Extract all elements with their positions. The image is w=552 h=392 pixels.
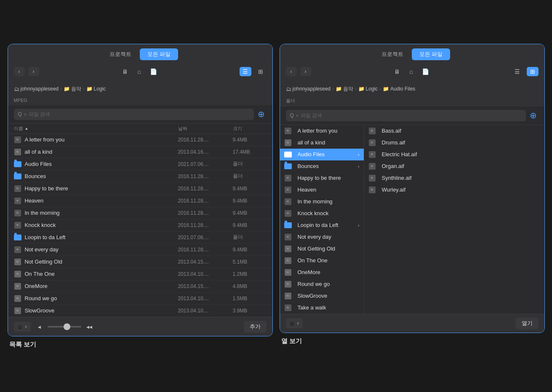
item-name: SlowGroove: [25, 307, 178, 314]
col-item[interactable]: Electric Hat.aif: [364, 149, 544, 160]
col-item[interactable]: Loopin to da Left ›: [280, 219, 364, 231]
breadcrumb-sep-1: ›: [60, 86, 62, 91]
item-icon-folder: [14, 234, 21, 241]
col-item[interactable]: Bounces ›: [280, 160, 364, 172]
tab-project-left[interactable]: 프로젝트: [102, 48, 139, 60]
col-item[interactable]: Heaven: [280, 184, 364, 196]
tab-project-right[interactable]: 프로젝트: [374, 48, 411, 60]
list-item[interactable]: Happy to be there 2016.11.28.... 9.4MB: [8, 183, 272, 195]
forward-button-left[interactable]: ›: [28, 67, 39, 76]
col-item[interactable]: Drums.aif: [364, 137, 544, 149]
col-item-name: Knock knock: [298, 210, 360, 216]
col-item[interactable]: Organ.aif: [364, 160, 544, 172]
emoji-menu-button[interactable]: ☺ ∨: [14, 322, 31, 332]
col-item[interactable]: Round we go: [280, 278, 364, 290]
col-item[interactable]: OneMore: [280, 267, 364, 278]
add-button-left[interactable]: ⊕: [256, 109, 267, 119]
breadcrumb-item-audio-r[interactable]: 📁 Audio Files: [383, 86, 415, 92]
col-item-name: On The One: [298, 257, 360, 264]
forward-button-right[interactable]: ›: [300, 67, 311, 76]
item-icon: [368, 186, 376, 194]
list-item[interactable]: Bounces 2016.11.28.... 폴더: [8, 171, 272, 183]
item-icon: [284, 163, 292, 170]
item-date: 2016.11.28....: [178, 186, 233, 192]
list-item[interactable]: Loopin to da Left 2021.07.06.... 폴더: [8, 232, 272, 244]
breadcrumb-item-music-r[interactable]: 📁 음악: [336, 85, 353, 93]
list-item[interactable]: SlowGroove 2013.04.10.... 3.9MB: [8, 305, 272, 317]
col-item[interactable]: A letter from you: [280, 125, 364, 137]
item-name: OneMore: [25, 283, 178, 289]
bottom-bar-right: ☺ ∨ 열기: [280, 314, 544, 333]
doc-icon-left[interactable]: 📄: [148, 67, 159, 76]
add-action-button[interactable]: 추가: [244, 321, 267, 333]
item-name: Audio Files: [25, 161, 178, 167]
list-item[interactable]: On The One 2013.04.10.... 1.2MB: [8, 268, 272, 280]
col-item[interactable]: Knock knock: [280, 208, 364, 219]
home-icon-right[interactable]: ⌂: [406, 67, 417, 76]
col-item[interactable]: Not every day: [280, 231, 364, 243]
volume-slider[interactable]: [48, 326, 81, 328]
back-button-left[interactable]: ‹: [14, 67, 25, 76]
breadcrumb-item-user-r[interactable]: 🗂 johnnyappleseed: [286, 86, 331, 92]
list-item[interactable]: Not Getting Old 2013.04.15.... 5.1MB: [8, 256, 272, 268]
music-folder-icon-r: 📁: [336, 86, 342, 92]
item-date: 2013.04.15....: [178, 283, 233, 289]
breadcrumb-sep-r3: ›: [379, 86, 381, 91]
doc-icon-right[interactable]: 📄: [420, 67, 431, 76]
list-item[interactable]: all of a kind 2013.04.16.... 17.4MB: [8, 146, 272, 158]
monitor-icon-left[interactable]: 🖥: [120, 67, 131, 76]
col-item-name: Bass.aif: [382, 128, 540, 134]
list-item[interactable]: In the morning 2016.11.28.... 9.4MB: [8, 207, 272, 219]
col-header-size[interactable]: 크기: [233, 125, 267, 132]
search-field-right[interactable]: Q ∨ 파일 검색: [286, 110, 526, 121]
list-item[interactable]: Not every day 2016.11.28.... 9.4MB: [8, 244, 272, 256]
volume-up-icon[interactable]: ◂◂: [84, 322, 95, 331]
tab-all-files-right[interactable]: 모든 파일: [412, 48, 451, 60]
column-pane-2: Bass.aif Drums.aif Electric Hat.aif Orga…: [364, 125, 544, 314]
col-item[interactable]: Happy to be there: [280, 172, 364, 184]
home-icon-left[interactable]: ⌂: [134, 67, 145, 76]
col-item-selected[interactable]: Audio Files ›: [280, 149, 364, 160]
list-view-btn-right[interactable]: ☰: [512, 67, 523, 76]
tab-all-files-left[interactable]: 모든 파일: [140, 48, 179, 60]
item-icon: [368, 139, 376, 147]
col-item[interactable]: In the morning: [280, 196, 364, 208]
col-header-name[interactable]: 이름 ▲: [14, 125, 178, 132]
breadcrumb-item-logic-r[interactable]: 📁 Logic: [358, 86, 378, 92]
list-item[interactable]: Round we go 2013.04.10.... 1.5MB: [8, 293, 272, 305]
mute-icon[interactable]: ◂: [34, 322, 45, 331]
list-view-btn[interactable]: ☰: [240, 67, 251, 76]
item-size: 5.1MB: [233, 259, 267, 265]
dropdown-arrow: ∨: [24, 324, 27, 329]
col-item[interactable]: all of a kind: [280, 137, 364, 149]
item-icon: [284, 186, 292, 194]
open-button[interactable]: 열기: [516, 317, 539, 329]
list-item[interactable]: Heaven 2016.11.28.... 9.4MB: [8, 195, 272, 207]
list-item[interactable]: A letter from you 2016.11.28.... 9.4MB: [8, 134, 272, 146]
list-item[interactable]: Audio Files 2021.07.06.... 폴더: [8, 158, 272, 171]
breadcrumb-item-user[interactable]: 🗂 johnnyappleseed: [14, 86, 59, 92]
column-view-btn-left[interactable]: ⊞: [255, 67, 267, 76]
col-item[interactable]: Not Getting Old: [280, 243, 364, 255]
add-button-right[interactable]: ⊕: [528, 110, 539, 120]
col-item[interactable]: Take a walk: [280, 302, 364, 314]
col-item[interactable]: Synthline.aif: [364, 172, 544, 184]
col-item[interactable]: Wurley.aif: [364, 184, 544, 196]
column-view-btn-right[interactable]: ⊞: [527, 67, 539, 76]
list-view-label: 목록 보기: [8, 341, 38, 349]
back-button-right[interactable]: ‹: [286, 67, 297, 76]
list-item[interactable]: OneMore 2013.04.15.... 4.8MB: [8, 280, 272, 293]
breadcrumb-item-music[interactable]: 📁 음악: [64, 85, 81, 93]
breadcrumb-logic: Logic: [94, 86, 106, 92]
emoji-menu-button-right[interactable]: ☺ ∨: [286, 318, 303, 328]
col-header-date[interactable]: 날짜: [178, 125, 233, 132]
list-header: 이름 ▲ 날짜 크기: [8, 124, 272, 134]
col-item[interactable]: SlowGroove: [280, 290, 364, 302]
search-field-left[interactable]: Q ∨ 파일 검색: [14, 109, 254, 120]
col-item[interactable]: On The One: [280, 255, 364, 267]
col-item[interactable]: Bass.aif: [364, 125, 544, 137]
search-placeholder-left: 파일 검색: [29, 111, 50, 118]
monitor-icon-right[interactable]: 🖥: [392, 67, 403, 76]
list-item[interactable]: Knock knock 2016.11.28.... 9.4MB: [8, 219, 272, 232]
breadcrumb-item-logic[interactable]: 📁 Logic: [86, 86, 106, 92]
